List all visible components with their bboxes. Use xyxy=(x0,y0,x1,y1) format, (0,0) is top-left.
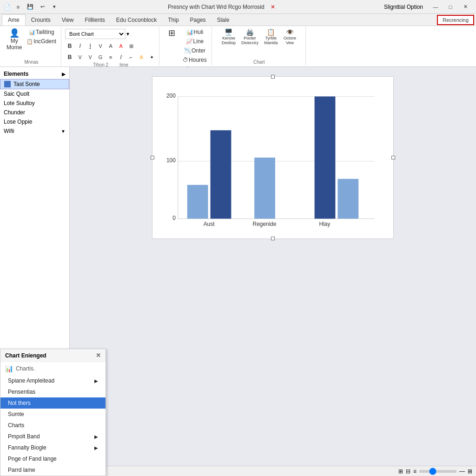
pooter-label: PooterDioecciry xyxy=(241,36,258,45)
group-mnnas-label: Mnnas xyxy=(5,59,58,65)
ribbon: 👤 MyMome 📊 Tailiting 📋 IncGdent Mnnas Bo… xyxy=(0,26,476,67)
my-money-btn[interactable]: 👤 MyMome xyxy=(5,28,24,52)
title-bar: 📄 ≡ 💾 ↩ ▾ Presncy wıth Chart Wrd Rcgo Mo… xyxy=(0,0,476,14)
tab-slale[interactable]: Slale xyxy=(212,15,235,25)
shape-btn[interactable]: ⌐ xyxy=(126,53,136,62)
sidebar-title: Elements xyxy=(4,71,28,77)
onter-btn[interactable]: 📉 Onter xyxy=(181,46,209,55)
right-label: Slignttial Option xyxy=(384,4,423,10)
italic-btn[interactable]: I xyxy=(75,41,85,51)
status-icon1[interactable]: ⊞ xyxy=(398,468,403,475)
minimize-btn[interactable]: — xyxy=(429,2,443,12)
bar-hlay-s2 xyxy=(315,97,336,219)
item-icon-0 xyxy=(4,81,11,87)
strikethrough-btn[interactable]: V xyxy=(96,41,105,51)
menu-item-pnge[interactable]: Pnge of Fand lange xyxy=(0,453,106,464)
status-icon2[interactable]: ⊟ xyxy=(406,468,410,475)
sidebar-item-wifii[interactable]: Wifii ▼ xyxy=(0,126,69,136)
italic3-btn[interactable]: V xyxy=(86,53,95,62)
expand-icon[interactable]: ⊞ xyxy=(468,468,472,475)
tab-filllients[interactable]: Filllients xyxy=(79,15,111,25)
resize-handle-bottom[interactable] xyxy=(271,237,275,240)
sidebar-item-chunder[interactable]: Chunder xyxy=(0,108,69,117)
menu-arrow-0: ▶ xyxy=(94,378,98,383)
context-menu-subtitle-row: 📊 Chartis. xyxy=(0,362,106,375)
bold2-btn[interactable]: B xyxy=(65,53,74,62)
menu-arrow-6: ▶ xyxy=(94,445,98,450)
tab-ame[interactable]: Ame xyxy=(2,14,26,26)
tab-edu[interactable]: Edu Coconblock xyxy=(111,15,162,25)
menu-item-fannalty[interactable]: Fannalty Biogle ▶ xyxy=(0,442,106,453)
sidebar-item-saic[interactable]: Saic Quolt xyxy=(0,89,69,99)
close-btn[interactable]: ✕ xyxy=(458,2,472,12)
font-color-btn[interactable]: A xyxy=(116,41,126,51)
more-format-btn[interactable]: ⊞ xyxy=(126,41,136,51)
sidebar-item-tast-sonte[interactable]: Tast Sonte xyxy=(0,79,69,89)
undo-btn[interactable]: ↩ xyxy=(38,2,47,12)
italic4-btn[interactable]: I xyxy=(116,53,126,62)
circle-btn[interactable]: G xyxy=(96,53,105,62)
tailiting-btn[interactable]: 📊 Tailiting xyxy=(25,28,58,36)
kenow-btn[interactable]: 🖥️ KenowDesliop xyxy=(220,28,238,46)
status-icon3[interactable]: ≡ xyxy=(413,468,416,475)
wifii-scroll-btn[interactable]: ▼ xyxy=(61,129,66,134)
quick-access-btn1[interactable]: ≡ xyxy=(13,2,23,12)
ribbon-group-heme: Bont Chart ▾ B I I V A A ⊞ B V V G ≡ I ⌐ xyxy=(62,27,159,66)
menu-item-sumte[interactable]: Sumte xyxy=(0,409,106,420)
menu-item-charts[interactable]: Charts xyxy=(0,420,106,431)
octore-btn[interactable]: 👁️ OctoreVew xyxy=(282,28,298,46)
sidebar-item-lote[interactable]: Lote Suultoy xyxy=(0,99,69,108)
chart-area: 200 100 0 xyxy=(70,67,476,466)
tyrble-btn[interactable]: 📋 TyrbleManida xyxy=(262,28,280,46)
ribbon-sub-buttons: 📊 Tailiting 📋 IncGdent xyxy=(25,28,58,46)
huli-btn[interactable]: 📊 Huli xyxy=(181,28,209,36)
menu-item-pmpolt[interactable]: Pmpolt Band ▶ xyxy=(0,431,106,442)
italic2-btn[interactable]: V xyxy=(75,53,85,62)
font-dropdown[interactable]: Bont Chart xyxy=(65,29,126,39)
recrencing-btn[interactable]: Recrencing xyxy=(437,15,474,25)
ribbon-group-mymoney: 👤 MyMome 📊 Tailiting 📋 IncGdent Mnnas xyxy=(2,27,61,66)
resize-handle-left[interactable] xyxy=(151,156,154,159)
tailiting-icon: 📊 xyxy=(29,29,35,35)
tab-pages[interactable]: Pages xyxy=(185,15,212,25)
color2-btn[interactable]: A xyxy=(137,53,146,62)
houres-btn[interactable]: ⏱ Houres xyxy=(181,56,209,64)
group-chart-label: Chart xyxy=(216,59,303,65)
line-btn[interactable]: 📈 Line xyxy=(181,37,209,46)
font-selector-row: Bont Chart ▾ xyxy=(65,29,129,39)
tab-view[interactable]: View xyxy=(56,15,79,25)
title-bar-left: 📄 ≡ 💾 ↩ ▾ xyxy=(4,2,59,12)
underline-btn[interactable]: I xyxy=(86,41,95,51)
resize-handle-top[interactable] xyxy=(271,75,275,79)
tab-crounts[interactable]: Crounts xyxy=(26,15,56,25)
bar-chart-svg: 200 100 0 xyxy=(162,86,384,229)
menu-item-notthers[interactable]: Not thers xyxy=(0,397,106,409)
svg-text:Regenide: Regenide xyxy=(253,221,277,227)
font-size-btn[interactable]: A xyxy=(106,41,115,51)
svg-text:Aust: Aust xyxy=(204,221,215,227)
chart-container[interactable]: 200 100 0 xyxy=(152,76,394,239)
incgdent-icon: 📋 xyxy=(26,39,33,45)
context-menu-title-bar: Chart Enienged ✕ xyxy=(0,349,106,362)
bold-btn[interactable]: B xyxy=(65,41,74,51)
pooter-btn[interactable]: 🖨️ PooterDioecciry xyxy=(239,28,260,46)
resity-btn[interactable]: ⊞ xyxy=(163,28,180,39)
kenow-icon: 🖥️ xyxy=(225,29,232,35)
tab-thip[interactable]: Thip xyxy=(162,15,184,25)
align-btn[interactable]: ≡ xyxy=(106,53,115,62)
menu-item-parrd[interactable]: Parrd lame xyxy=(0,464,106,476)
menu-item-pensentias[interactable]: Pensentias xyxy=(0,386,106,397)
more-btn[interactable]: ▾ xyxy=(50,2,59,12)
save-btn[interactable]: 💾 xyxy=(26,2,35,12)
highlight-btn[interactable]: ✦ xyxy=(147,53,156,62)
menu-item-spiane[interactable]: Spiane Ampleitead ▶ xyxy=(0,375,106,386)
maximize-btn[interactable]: □ xyxy=(443,2,457,12)
zoom-slider[interactable] xyxy=(419,470,456,473)
octore-icon: 👁️ xyxy=(286,29,294,35)
sidebar-expand-icon[interactable]: ▶ xyxy=(62,72,66,77)
incgdent-btn[interactable]: 📋 IncGdent xyxy=(25,37,58,46)
resize-handle-right[interactable] xyxy=(391,156,395,159)
context-menu-close-btn[interactable]: ✕ xyxy=(96,352,101,359)
zoom-level: — xyxy=(459,468,465,475)
sidebar-item-lose[interactable]: Lose Oppie xyxy=(0,117,69,126)
